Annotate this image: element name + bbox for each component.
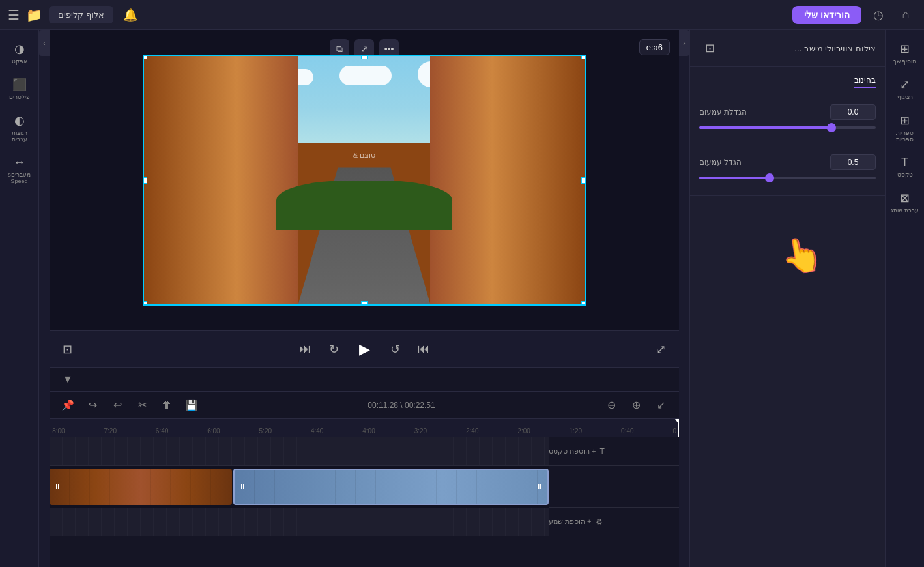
timeline-collapse-button[interactable]: ▼ xyxy=(59,370,77,388)
scale-height-label: הגדל עמעום xyxy=(699,158,742,167)
handle-top-left[interactable] xyxy=(143,55,147,59)
history-button[interactable]: ◷ xyxy=(868,5,889,25)
video-frame: טוצם & ↻ xyxy=(143,55,586,306)
adjust-label: רגוצות עצבים xyxy=(5,130,34,143)
ruler-label-10: 6:40 xyxy=(156,428,168,435)
resize-icon: ⤢ xyxy=(900,78,910,92)
handle-right-mid[interactable] xyxy=(581,177,586,184)
handle-left-mid[interactable] xyxy=(143,177,147,184)
ruler-label-11: 7:20 xyxy=(104,428,116,435)
handle-top-right[interactable] xyxy=(581,55,586,59)
zoom-in-button[interactable]: ⊕ xyxy=(627,396,645,414)
scale-height-thumb[interactable] xyxy=(765,173,774,182)
scale-height-slider[interactable] xyxy=(699,177,876,179)
scale-width-thumb[interactable] xyxy=(827,123,836,132)
toggle-right-panel-button[interactable]: › xyxy=(39,30,50,56)
brand-icon: ⊠ xyxy=(900,191,910,205)
play-button[interactable]: ▶ xyxy=(353,338,376,361)
text-label: טקסט xyxy=(897,171,913,178)
scale-width-row: הגדלת עמעום xyxy=(699,104,876,120)
scale-width-section: הגדלת עמעום xyxy=(690,95,885,145)
rewind-5-button[interactable]: ↺ xyxy=(385,340,405,359)
playhead[interactable] xyxy=(678,419,679,437)
video-track-label xyxy=(549,466,679,508)
canvas-time-display: e:a6 xyxy=(639,39,670,55)
handle-bottom-right[interactable] xyxy=(581,301,586,306)
ruler-label-12: 8:00 xyxy=(52,428,65,435)
playhead-triangle xyxy=(675,419,679,424)
notification-button[interactable]: 🔔 xyxy=(120,5,141,25)
cut-button[interactable]: ✂ xyxy=(133,396,151,414)
scale-width-input[interactable] xyxy=(830,104,876,120)
ruler-labels: 0 0:40 1:20 2:00 2:40 3:20 4:00 4:40 5:2… xyxy=(52,428,676,437)
add-audio-label[interactable]: + הוספת שמע xyxy=(549,517,592,526)
brand-label: ערכת מותג xyxy=(891,207,919,214)
zoom-out-button[interactable]: ⊖ xyxy=(602,396,620,414)
props-tab-basic[interactable]: בחינוב xyxy=(854,74,876,88)
timeline-toolbar: ↙ ⊕ ⊖ 00:11.28 \ 00:22.51 💾 🗑 ✂ ↩ ↪ 📌 xyxy=(50,392,679,419)
ruler-label-8: 5:20 xyxy=(259,428,272,435)
handle-bottom-left[interactable] xyxy=(143,301,147,306)
props-header: צילום צוויריולי מישב ... ⊡ xyxy=(690,30,885,67)
playback-right: ⊡ xyxy=(63,342,72,356)
toggle-properties-button[interactable]: ‹ xyxy=(679,30,689,56)
playback-left: ⤢ xyxy=(656,342,666,356)
scale-height-row: הגדל עמעום xyxy=(699,154,876,170)
filters-label: פילטרים xyxy=(9,94,30,100)
left-sidebar-item-adjust[interactable]: ◐ רגוצות עצבים xyxy=(3,108,36,148)
left-sidebar: ◑ אפקט ⬛ פילטרים ◐ רגוצות עצבים ↔ מעברים… xyxy=(0,30,39,567)
sidebar-item-brand[interactable]: ⊠ ערכת מותג xyxy=(888,186,922,219)
clips-button[interactable]: אלוף קליפים xyxy=(49,6,113,23)
sidebar-item-media[interactable]: ⊞ הוסיף שך xyxy=(888,36,922,70)
sidebar-item-text[interactable]: T טקסט xyxy=(888,151,922,183)
left-sidebar-item-effects[interactable]: ◑ אפקט xyxy=(3,36,36,70)
ruler-label-6: 4:00 xyxy=(362,428,375,435)
undo-button[interactable]: ↩ xyxy=(108,396,126,414)
skip-back-button[interactable]: ⏮ xyxy=(414,340,433,359)
ruler-label-0: 0 xyxy=(672,428,676,435)
ruler-label-7: 4:40 xyxy=(311,428,323,435)
media-label: הוסיף שך xyxy=(893,58,917,65)
forward-5-button[interactable]: ↻ xyxy=(324,340,343,359)
home-button[interactable]: ⌂ xyxy=(895,5,916,25)
left-sidebar-item-speed[interactable]: ↔ מעבריםs Speed xyxy=(3,151,36,190)
scale-height-input[interactable] xyxy=(830,154,876,170)
text-track-content xyxy=(50,437,549,465)
resize-label: רציגוף xyxy=(897,94,913,100)
arrow-tool-button[interactable]: ↙ xyxy=(652,396,670,414)
skip-forward-button[interactable]: ⏭ xyxy=(295,340,315,359)
scale-width-slider[interactable] xyxy=(699,126,876,129)
pin-button[interactable]: 📌 xyxy=(59,396,77,414)
adjust-icon: ◐ xyxy=(14,113,25,128)
handle-top-mid[interactable] xyxy=(361,55,368,59)
video-clip-1[interactable]: ⏸ xyxy=(50,469,232,505)
video-canvas: e:a6 ••• ⤢ ⧉ טוצם & xyxy=(50,30,679,330)
sidebar-item-library[interactable]: ⊞ ספריות ספריות xyxy=(888,108,922,148)
cloud-1 xyxy=(339,66,392,85)
download-button[interactable]: הורידאו שלי xyxy=(792,6,861,24)
add-text-label[interactable]: + הוספת טקסט xyxy=(549,447,596,456)
handle-bottom-mid[interactable] xyxy=(361,301,368,306)
scale-width-track xyxy=(699,126,876,129)
video-clip-2[interactable]: ⏸ ⏸ xyxy=(233,469,549,505)
effects-label: אפקט xyxy=(12,58,27,65)
pip-button[interactable]: ⊡ xyxy=(63,342,72,356)
right-sidebar: ⊞ הוסיף שך ⤢ רציגוף ⊞ ספריות ספריות T טק… xyxy=(885,30,924,567)
delete-clip-button[interactable]: 🗑 xyxy=(158,396,176,414)
scale-height-fill xyxy=(699,177,770,179)
sidebar-item-resize[interactable]: ⤢ רציגוף xyxy=(888,72,922,106)
props-close-button[interactable]: ⊡ xyxy=(699,38,720,59)
properties-panel: צילום צוויריולי מישב ... ⊡ בחינוב הגדלת … xyxy=(689,30,885,567)
menu-icon[interactable]: ☰ xyxy=(8,7,20,23)
scale-width-label: הגדלת עמעום xyxy=(699,108,747,117)
left-sidebar-item-filters[interactable]: ⬛ פילטרים xyxy=(3,72,36,106)
fullscreen-button[interactable]: ⤢ xyxy=(656,342,666,356)
clip2-pause-right-icon: ⏸ xyxy=(536,482,543,491)
ruler-label-3: 2:00 xyxy=(517,428,530,435)
timeline-tools-right: 💾 🗑 ✂ ↩ ↪ 📌 xyxy=(59,396,201,414)
timeline-tools-left: ↙ ⊕ ⊖ xyxy=(602,396,670,414)
playback-center: ⏮ ↺ ▶ ↻ ⏭ xyxy=(295,338,433,361)
effects-icon: ◑ xyxy=(14,42,25,56)
redo-button[interactable]: ↪ xyxy=(83,396,102,414)
save-to-timeline-button[interactable]: 💾 xyxy=(182,396,201,414)
